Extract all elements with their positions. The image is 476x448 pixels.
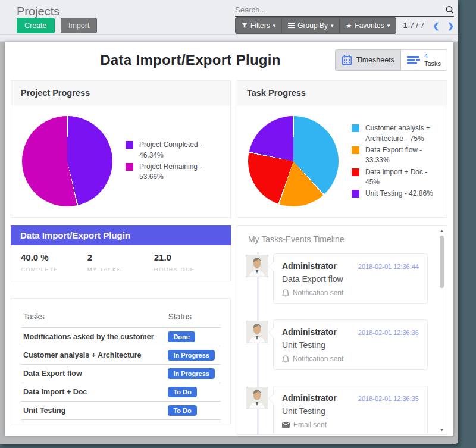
legend-label: Customer analysis + Architecture - 75% bbox=[365, 123, 441, 144]
project-stats-body: 40.0 % COMPLETE 2 MY TASKS 21.0 HOURS DU… bbox=[11, 245, 231, 281]
timeline-event: Email sent bbox=[293, 421, 327, 429]
task-progress-legend: Customer analysis + Architecture - 75% D… bbox=[352, 122, 441, 200]
search-input[interactable]: Search... bbox=[235, 4, 454, 17]
legend-swatch bbox=[126, 141, 133, 149]
status-badge: To Do bbox=[168, 387, 196, 397]
table-row: Data Export flow In Progress bbox=[21, 365, 221, 383]
timeline-event: Notification sent bbox=[293, 289, 343, 297]
header-buttons: Timesheets 4 bbox=[335, 49, 447, 71]
timeline-user: Administrator bbox=[282, 261, 337, 271]
legend-item: Data import + Doc - 45% bbox=[352, 167, 441, 188]
legend-swatch bbox=[352, 168, 359, 176]
right-column: Task Progress Customer analysis + Archit… bbox=[237, 80, 447, 435]
bell-icon bbox=[282, 355, 289, 363]
stat-my-tasks: 2 MY TASKS bbox=[87, 252, 154, 272]
timeline-bubble: Administrator 2018-02-01 12:36:35 Unit T… bbox=[273, 386, 428, 435]
tasks-count: 4 bbox=[424, 52, 441, 60]
tasks-table-card: Tasks Status Modifications asked by the … bbox=[11, 298, 231, 424]
filters-button[interactable]: Filters ▾ bbox=[236, 18, 281, 33]
project-stats-header: Data Import/Export Plugin bbox=[11, 225, 231, 245]
task-list-icon bbox=[407, 55, 420, 65]
pager-next-button[interactable]: ❯ bbox=[447, 21, 454, 30]
filters-label: Filters bbox=[250, 21, 270, 30]
tasks-button[interactable]: 4 Tasks bbox=[401, 49, 447, 71]
tasks-label: Tasks bbox=[424, 60, 441, 68]
timeline-bubble: Administrator 2018-02-01 12:36:44 Data E… bbox=[273, 253, 428, 304]
action-buttons: Create Import bbox=[17, 18, 97, 33]
panel-header: Data Import/Export Plugin bbox=[5, 42, 453, 80]
chevron-down-icon: ▾ bbox=[331, 23, 334, 29]
stat-value: 40.0 % bbox=[21, 252, 87, 262]
task-name: Unit Testing bbox=[21, 402, 165, 420]
filter-button-group: Filters ▾ Group By ▾ ★ Favorites ▾ bbox=[235, 17, 396, 34]
legend-item: Customer analysis + Architecture - 75% bbox=[352, 123, 441, 144]
pager-prev-button[interactable]: ❮ bbox=[433, 21, 439, 30]
group-by-label: Group By bbox=[298, 21, 328, 30]
legend-label: Unit Testing - 42.86% bbox=[365, 189, 433, 199]
timeline-entry: Administrator 2018-02-01 12:36:35 Unit T… bbox=[248, 386, 436, 435]
left-column: Project Progress Project Completed - 46.… bbox=[11, 80, 231, 435]
favorites-button[interactable]: ★ Favorites ▾ bbox=[339, 18, 396, 33]
task-progress-card: Task Progress Customer analysis + Archit… bbox=[237, 80, 447, 218]
legend-item: Unit Testing - 42.86% bbox=[352, 189, 441, 199]
table-row: Modifications asked by the customer Done bbox=[21, 328, 221, 346]
top-bar: Projects Search... Create Import Filter bbox=[0, 0, 458, 35]
stat-label: HOURS DUE bbox=[154, 266, 221, 272]
task-progress-title: Task Progress bbox=[237, 81, 447, 105]
pager-range: 1-7 / 7 bbox=[403, 21, 424, 30]
task-progress-pie-chart bbox=[248, 116, 339, 206]
user-avatar bbox=[246, 387, 268, 409]
chevron-down-icon: ▾ bbox=[387, 23, 390, 29]
timeline-title: My Tasks-Events Timeline bbox=[248, 234, 436, 244]
legend-label: Project Remaining - 53.66% bbox=[139, 162, 224, 183]
task-name: Modifications asked by the customer bbox=[21, 328, 165, 346]
scroll-down-icon[interactable]: ▼ bbox=[440, 428, 444, 432]
breadcrumb-projects[interactable]: Projects bbox=[17, 5, 60, 18]
timesheets-button[interactable]: Timesheets bbox=[335, 49, 401, 71]
legend-swatch bbox=[352, 190, 359, 198]
table-row: Data import + Doc To Do bbox=[21, 383, 221, 402]
legend-label: Data import + Doc - 45% bbox=[365, 167, 441, 188]
user-avatar bbox=[246, 255, 268, 277]
search-placeholder: Search... bbox=[235, 5, 266, 14]
app-window: Projects Search... Create Import Filter bbox=[0, 0, 458, 444]
stat-hours-due: 21.0 HOURS DUE bbox=[154, 252, 221, 272]
timeline-scrollbar[interactable]: ▲ ▼ bbox=[439, 228, 445, 432]
search-controls: Filters ▾ Group By ▾ ★ Favorites ▾ 1-7 bbox=[235, 17, 454, 34]
legend-item: Data Export flow - 33.33% bbox=[352, 145, 441, 166]
search-icon[interactable] bbox=[445, 5, 454, 14]
project-progress-card: Project Progress Project Completed - 46.… bbox=[11, 80, 231, 218]
pager: 1-7 / 7 ❮ ❯ bbox=[403, 21, 454, 30]
group-by-button[interactable]: Group By ▾ bbox=[281, 18, 339, 33]
legend-swatch bbox=[352, 146, 359, 154]
task-name: Data Export flow bbox=[21, 365, 165, 383]
project-stats-card: Data Import/Export Plugin 40.0 % COMPLET… bbox=[11, 225, 231, 281]
chevron-down-icon: ▾ bbox=[273, 23, 276, 29]
stat-complete: 40.0 % COMPLETE bbox=[21, 252, 87, 272]
create-button[interactable]: Create bbox=[17, 18, 55, 33]
legend-item: Project Remaining - 53.66% bbox=[126, 162, 224, 183]
bell-icon bbox=[282, 289, 289, 297]
table-row: Customer analysis + Architecture In Prog… bbox=[21, 346, 221, 365]
task-name: Customer analysis + Architecture bbox=[21, 346, 165, 365]
timeline-entry: Administrator 2018-02-01 12:36:44 Data E… bbox=[248, 253, 436, 310]
project-progress-body: Project Completed - 46.34% Project Remai… bbox=[11, 105, 230, 217]
timeline-card: My Tasks-Events Timeline bbox=[237, 225, 447, 435]
scrollbar-thumb[interactable] bbox=[440, 236, 444, 288]
timeline-bubble: Administrator 2018-02-01 12:36:36 Unit T… bbox=[273, 319, 428, 370]
funnel-icon bbox=[242, 23, 248, 29]
timeline-user: Administrator bbox=[282, 393, 337, 403]
status-column-header: Status bbox=[165, 309, 221, 328]
tasks-table: Tasks Status Modifications asked by the … bbox=[21, 309, 221, 420]
stat-value: 21.0 bbox=[154, 252, 221, 262]
timeline-task: Unit Testing bbox=[282, 406, 419, 416]
dashboard-panel: Data Import/Export Plugin bbox=[5, 42, 453, 436]
status-badge: Done bbox=[168, 331, 195, 342]
scroll-up-icon[interactable]: ▲ bbox=[440, 228, 444, 233]
import-button[interactable]: Import bbox=[61, 18, 97, 33]
legend-item: Project Completed - 46.34% bbox=[126, 140, 224, 161]
stat-label: COMPLETE bbox=[21, 266, 87, 272]
timeline-task: Data Export flow bbox=[282, 274, 419, 284]
project-progress-legend: Project Completed - 46.34% Project Remai… bbox=[126, 139, 224, 184]
status-badge: In Progress bbox=[168, 368, 215, 379]
